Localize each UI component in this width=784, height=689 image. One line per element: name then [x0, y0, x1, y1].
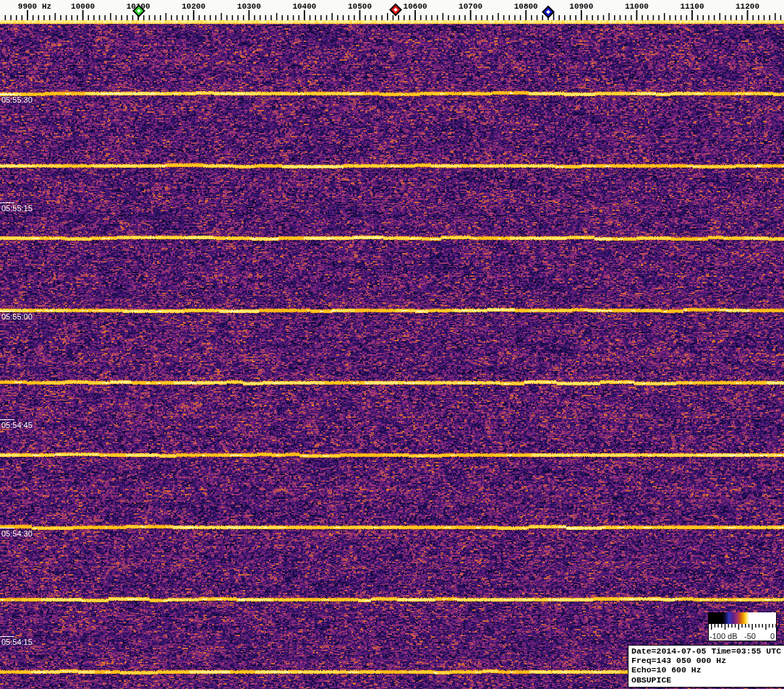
svg-text:10200: 10200 [182, 2, 205, 11]
svg-text:10000: 10000 [71, 2, 95, 11]
svg-text:10500: 10500 [348, 2, 372, 11]
svg-text:10800: 10800 [514, 2, 538, 11]
svg-text:10700: 10700 [459, 2, 482, 11]
svg-text:11200: 11200 [736, 2, 759, 11]
svg-text:11000: 11000 [625, 2, 649, 11]
svg-text:10900: 10900 [569, 2, 593, 11]
svg-text:11100: 11100 [680, 2, 704, 11]
svg-text:10600: 10600 [404, 2, 427, 11]
svg-text:Hz: Hz [42, 2, 51, 11]
svg-text:10400: 10400 [292, 2, 316, 11]
svg-text:10300: 10300 [237, 2, 261, 11]
svg-text:9900: 9900 [18, 2, 37, 11]
